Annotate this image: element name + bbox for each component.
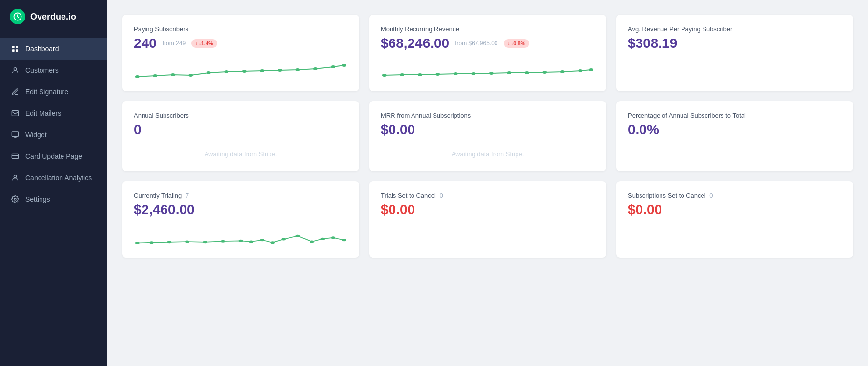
svg-point-52 xyxy=(342,239,346,241)
sidebar-label-card-update: Card Update Page xyxy=(25,152,82,160)
svg-rect-7 xyxy=(12,132,18,136)
pct-annual-value: 0.0% xyxy=(628,122,659,138)
svg-rect-1 xyxy=(12,46,15,48)
svg-point-33 xyxy=(542,71,547,74)
paying-subscribers-sparkline xyxy=(134,58,348,82)
card-avg-revenue: Avg. Revenue Per Paying Subscriber $308.… xyxy=(616,15,853,91)
sidebar-item-widget[interactable]: Widget xyxy=(0,124,107,145)
mrr-badge-value: -0.8% xyxy=(512,41,526,46)
svg-point-41 xyxy=(203,241,207,243)
svg-point-35 xyxy=(578,69,582,72)
card-value-row-pct: 0.0% xyxy=(628,122,842,138)
sidebar-item-edit-mailers[interactable]: Edit Mailers xyxy=(0,102,107,124)
svg-point-50 xyxy=(321,238,325,240)
svg-point-39 xyxy=(167,241,172,243)
trials-cancel-label: Trials Set to Cancel xyxy=(381,192,436,199)
sidebar-item-settings[interactable]: Settings xyxy=(0,188,107,210)
sidebar-item-cancellation-analytics[interactable]: Cancellation Analytics xyxy=(0,167,107,188)
svg-point-32 xyxy=(525,71,529,74)
subs-cancel-count: 0 xyxy=(709,192,713,199)
card-title-subs-cancel: Subscriptions Set to Cancel 0 xyxy=(628,192,842,199)
sidebar-label-customers: Customers xyxy=(25,66,59,74)
mrr-value: $68,246.00 xyxy=(381,36,449,51)
app-name: Overdue.io xyxy=(30,12,76,22)
card-value-row-mrr: $68,246.00 from $67,965.00 ↓ -0.8% xyxy=(381,36,595,51)
paying-subscribers-badge: ↓ -1.4% xyxy=(191,39,217,48)
svg-point-40 xyxy=(185,241,189,243)
mrr-sparkline xyxy=(381,58,595,82)
trialing-label: Currently Trialing xyxy=(134,192,182,199)
sidebar-item-card-update[interactable]: Card Update Page xyxy=(0,145,107,167)
svg-rect-8 xyxy=(12,154,18,158)
card-paying-subscribers: Paying Subscribers 240 from 249 ↓ -1.4% xyxy=(122,15,359,91)
svg-point-34 xyxy=(560,70,565,73)
svg-point-23 xyxy=(342,64,346,67)
svg-point-46 xyxy=(270,241,275,244)
sidebar-item-edit-signature[interactable]: Edit Signature xyxy=(0,81,107,102)
down-arrow-icon: ↓ xyxy=(195,41,198,46)
subs-cancel-label: Subscriptions Set to Cancel xyxy=(628,192,706,199)
trialing-count: 7 xyxy=(186,192,189,199)
svg-rect-3 xyxy=(12,49,15,52)
svg-point-12 xyxy=(153,74,157,77)
sidebar-label-edit-mailers: Edit Mailers xyxy=(25,109,61,117)
card-title-trialing: Currently Trialing 7 xyxy=(134,192,348,199)
card-value-row-paying: 240 from 249 ↓ -1.4% xyxy=(134,36,348,51)
svg-point-9 xyxy=(14,175,16,178)
svg-rect-6 xyxy=(12,111,18,116)
down-arrow-icon-2: ↓ xyxy=(508,41,510,46)
svg-point-42 xyxy=(221,240,225,243)
mrr-annual-awaiting: Awaiting data from Stripe. xyxy=(381,150,595,158)
sidebar-label-cancellation-analytics: Cancellation Analytics xyxy=(25,174,92,182)
svg-point-5 xyxy=(14,68,16,70)
svg-point-18 xyxy=(260,69,264,72)
annual-sub-value: 0 xyxy=(134,122,142,138)
sidebar-label-edit-signature: Edit Signature xyxy=(25,88,68,96)
card-value-row-trialing: $2,460.00 xyxy=(134,202,348,218)
svg-point-16 xyxy=(224,70,228,73)
svg-point-22 xyxy=(331,65,335,68)
paying-subscribers-from: from 249 xyxy=(163,40,186,47)
card-title-avg-revenue: Avg. Revenue Per Paying Subscriber xyxy=(628,25,842,33)
svg-point-29 xyxy=(471,72,475,75)
mrr-badge: ↓ -0.8% xyxy=(504,39,530,48)
avg-revenue-value: $308.19 xyxy=(628,36,677,51)
subs-cancel-value: $0.00 xyxy=(628,202,662,218)
card-title-paying-subscribers: Paying Subscribers xyxy=(134,25,348,33)
sidebar: Overdue.io Dashboard Customers Edit Sign… xyxy=(0,0,107,366)
card-title-pct-annual: Percentage of Annual Subscribers to Tota… xyxy=(628,112,842,119)
edit-mailers-icon xyxy=(11,109,20,118)
svg-point-31 xyxy=(507,71,511,74)
card-mrr-annual: MRR from Annual Subscriptions $0.00 Awai… xyxy=(369,101,606,171)
svg-point-30 xyxy=(489,72,494,75)
card-mrr: Monthly Recurring Revenue $68,246.00 fro… xyxy=(369,15,606,91)
card-pct-annual: Percentage of Annual Subscribers to Tota… xyxy=(616,101,853,171)
svg-point-13 xyxy=(171,73,175,76)
svg-point-25 xyxy=(400,73,404,76)
metrics-row-2: Annual Subscribers 0 Awaiting data from … xyxy=(122,101,853,171)
svg-point-26 xyxy=(418,73,422,76)
annual-sub-awaiting: Awaiting data from Stripe. xyxy=(134,150,348,158)
main-content: Paying Subscribers 240 from 249 ↓ -1.4% xyxy=(107,0,868,366)
logo-icon xyxy=(10,9,25,24)
sidebar-item-dashboard[interactable]: Dashboard xyxy=(0,38,107,60)
trialing-value: $2,460.00 xyxy=(134,202,195,218)
svg-point-24 xyxy=(382,74,387,77)
svg-point-14 xyxy=(188,74,193,77)
card-value-row-trials-cancel: $0.00 xyxy=(381,202,595,218)
widget-icon xyxy=(11,130,20,139)
sidebar-label-widget: Widget xyxy=(25,131,47,139)
logo-area: Overdue.io xyxy=(0,0,107,33)
svg-point-36 xyxy=(589,68,593,71)
dashboard-icon xyxy=(11,44,20,53)
card-trials-cancel: Trials Set to Cancel 0 $0.00 xyxy=(369,181,606,258)
card-value-row-annual: 0 xyxy=(134,122,348,138)
sidebar-label-settings: Settings xyxy=(25,195,50,203)
mrr-annual-value: $0.00 xyxy=(381,122,415,138)
card-title-trials-cancel: Trials Set to Cancel 0 xyxy=(381,192,595,199)
sidebar-label-dashboard: Dashboard xyxy=(25,45,59,53)
card-title-mrr-annual: MRR from Annual Subscriptions xyxy=(381,112,595,119)
svg-point-17 xyxy=(242,70,247,73)
sidebar-item-customers[interactable]: Customers xyxy=(0,60,107,81)
svg-point-27 xyxy=(435,73,440,76)
